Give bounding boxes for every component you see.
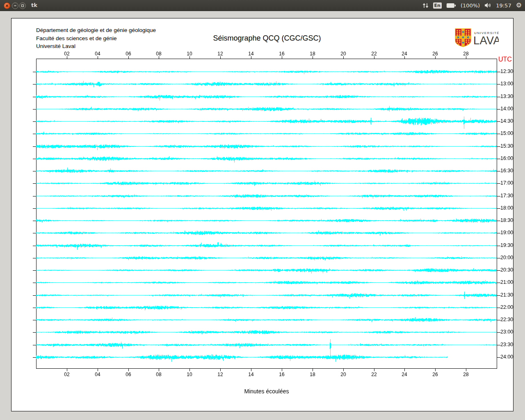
desktop-screen: tk En (100%) 19:57 ⚙ Département de géol…: [0, 0, 525, 420]
x-axis-title: Minutes écoulées: [8, 388, 525, 395]
helicorder-canvas: [0, 0, 525, 420]
utc-axis-label: UTC: [498, 56, 512, 63]
